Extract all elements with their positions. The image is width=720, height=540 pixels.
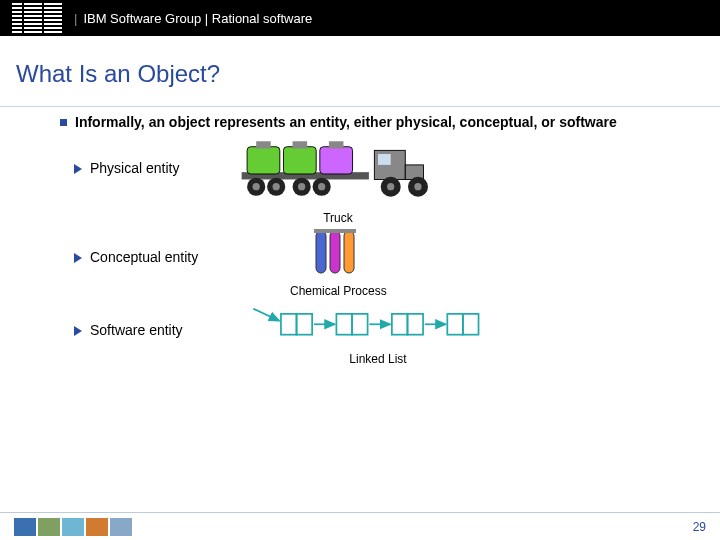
linked-list-icon	[248, 304, 508, 348]
svg-rect-30	[297, 313, 313, 334]
entity-caption: Truck	[323, 211, 353, 225]
arrow-bullet-icon	[74, 326, 82, 336]
svg-rect-32	[336, 313, 352, 334]
svg-rect-25	[314, 229, 328, 233]
main-bullet: Informally, an object represents an enti…	[60, 113, 680, 132]
svg-line-28	[253, 308, 279, 320]
svg-rect-4	[256, 141, 271, 148]
test-tubes-icon	[308, 225, 368, 280]
main-bullet-text: Informally, an object represents an enti…	[75, 113, 617, 132]
header-group-text: IBM Software Group | Rational software	[83, 11, 312, 26]
svg-point-21	[414, 183, 421, 190]
svg-rect-29	[281, 313, 297, 334]
slide-footer: 29	[0, 512, 720, 540]
svg-rect-24	[344, 231, 354, 273]
svg-rect-39	[463, 313, 479, 334]
entity-label: Software entity	[90, 322, 230, 338]
entity-label: Physical entity	[90, 160, 230, 176]
svg-rect-38	[447, 313, 463, 334]
svg-point-17	[318, 183, 325, 190]
svg-point-13	[273, 183, 280, 190]
entity-software: Software entity	[60, 304, 680, 366]
entity-physical: Physical entity	[60, 142, 680, 225]
slide-title: What Is an Object?	[16, 60, 704, 88]
entity-conceptual: Conceptual entity Chemical Process	[60, 231, 680, 298]
header-separator: |	[74, 11, 77, 26]
svg-rect-33	[352, 313, 368, 334]
svg-point-19	[387, 183, 394, 190]
svg-rect-35	[392, 313, 408, 334]
entity-caption: Chemical Process	[290, 284, 387, 298]
truck-icon	[238, 134, 438, 207]
slide-content: Informally, an object represents an enti…	[0, 107, 720, 366]
svg-rect-36	[407, 313, 423, 334]
svg-rect-5	[293, 141, 308, 148]
svg-rect-6	[329, 141, 344, 148]
arrow-bullet-icon	[74, 164, 82, 174]
ibm-logo-icon	[12, 3, 62, 33]
svg-point-15	[298, 183, 305, 190]
page-number: 29	[693, 520, 706, 534]
svg-rect-8	[378, 154, 391, 165]
slide-header: | IBM Software Group | Rational software	[0, 0, 720, 36]
svg-rect-22	[316, 231, 326, 273]
entity-caption: Linked List	[349, 352, 406, 366]
svg-rect-26	[328, 229, 342, 233]
svg-rect-3	[320, 147, 353, 174]
title-area: What Is an Object?	[0, 36, 720, 96]
svg-point-11	[253, 183, 260, 190]
arrow-bullet-icon	[74, 253, 82, 263]
footer-image-strip	[14, 518, 132, 536]
square-bullet-icon	[60, 119, 67, 126]
svg-rect-1	[247, 147, 280, 174]
entity-label: Conceptual entity	[90, 249, 230, 265]
svg-rect-27	[342, 229, 356, 233]
svg-rect-2	[283, 147, 316, 174]
svg-rect-23	[330, 231, 340, 273]
